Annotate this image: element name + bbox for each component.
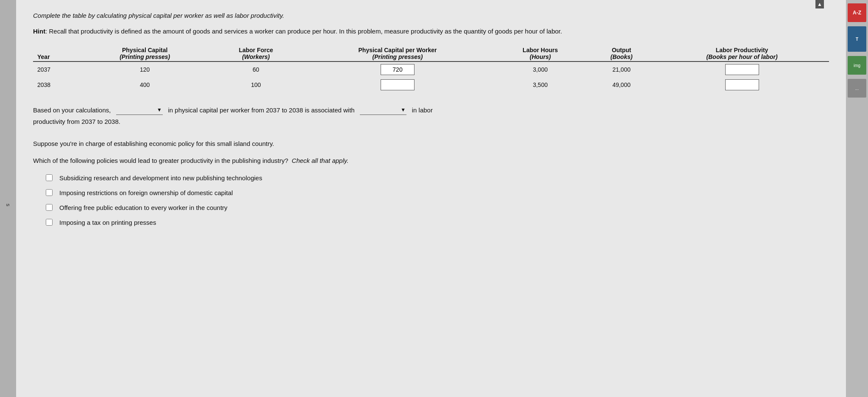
cell-physical-capital-1: 400	[81, 77, 209, 92]
cell-labor-force-0: 60	[209, 62, 303, 77]
sidebar-left: s	[0, 0, 16, 397]
checkbox-label-2[interactable]: Offering free public education to every …	[59, 204, 228, 211]
dropdown1-container[interactable]: an increase a decrease no change ▼	[116, 106, 163, 115]
checkbox-item-2[interactable]: Offering free public education to every …	[46, 204, 829, 211]
cell-output-1: 49,000	[588, 77, 655, 92]
col-physical-capital-per-worker: Physical Capital per Worker (Printing pr…	[303, 46, 492, 62]
cell-physical-capital-0: 120	[81, 62, 209, 77]
cell-year-0: 2037	[33, 62, 81, 77]
sidebar-label: s	[5, 204, 11, 207]
policies-question-text: Which of the following policies would le…	[33, 157, 288, 164]
input-pcw-0[interactable]	[381, 64, 415, 75]
policies-question: Which of the following policies would le…	[33, 156, 829, 166]
data-table-container: Year Physical Capital (Printing presses)…	[33, 46, 829, 92]
dropdown2[interactable]: an increase a decrease no change	[362, 107, 405, 114]
scroll-up-button[interactable]: ▲	[815, 0, 824, 8]
based-on-text4: productivity from 2037 to 2038.	[33, 118, 120, 125]
hint-body: : Recall that productivity is defined as…	[45, 28, 562, 35]
input-pcw-1[interactable]	[381, 79, 415, 90]
table-row: 20384001003,50049,000	[33, 77, 829, 92]
dropdown1[interactable]: an increase a decrease no change	[118, 107, 161, 114]
col-labor-force: Labor Force (Workers)	[209, 46, 303, 62]
based-on-text: Based on your calculations, an increase …	[33, 104, 829, 127]
checkbox-item-1[interactable]: Imposing restrictions on foreign ownersh…	[46, 189, 829, 196]
az-button[interactable]: A-Z	[848, 3, 866, 22]
col-labor-hours: Labor Hours (Hours)	[492, 46, 588, 62]
checkbox-item-3[interactable]: Imposing a tax on printing presses	[46, 219, 829, 226]
sidebar-right: A-Z T img ...	[846, 0, 868, 397]
cell-pcw-0[interactable]	[303, 62, 492, 77]
cell-lp-0[interactable]	[655, 62, 829, 77]
based-on-text3: in labor	[412, 106, 433, 114]
input-lp-1[interactable]	[725, 79, 759, 90]
suppose-text: Suppose you're in charge of establishing…	[33, 139, 829, 149]
t-button[interactable]: T	[848, 26, 866, 52]
hint-label: Hint	[33, 28, 45, 35]
instructions-text: Complete the table by calculating physic…	[33, 12, 829, 19]
check-all-text: Check all that apply.	[292, 157, 348, 164]
cell-labor-force-1: 100	[209, 77, 303, 92]
more-button[interactable]: ...	[848, 79, 866, 98]
main-content: ▲ Complete the table by calculating phys…	[16, 0, 846, 397]
col-output: Output (Books)	[588, 46, 655, 62]
checkboxes-container: Subsidizing research and development int…	[33, 174, 829, 226]
table-row: 2037120603,00021,000	[33, 62, 829, 77]
dropdown2-container[interactable]: an increase a decrease no change ▼	[360, 106, 406, 115]
checkbox-item-0[interactable]: Subsidizing research and development int…	[46, 174, 829, 182]
input-lp-0[interactable]	[725, 64, 759, 75]
img-button[interactable]: img	[848, 56, 866, 75]
col-physical-capital: Physical Capital (Printing presses)	[81, 46, 209, 62]
data-table: Year Physical Capital (Printing presses)…	[33, 46, 829, 92]
checkbox-1[interactable]	[46, 189, 53, 196]
hint-text: Hint: Recall that productivity is define…	[33, 27, 829, 36]
based-on-text2: in physical capital per worker from 2037…	[168, 106, 354, 114]
cell-year-1: 2038	[33, 77, 81, 92]
cell-lp-1[interactable]	[655, 77, 829, 92]
cell-output-0: 21,000	[588, 62, 655, 77]
checkbox-0[interactable]	[46, 174, 53, 181]
col-year: Year	[33, 46, 81, 62]
cell-labor-hours-1: 3,500	[492, 77, 588, 92]
cell-labor-hours-0: 3,000	[492, 62, 588, 77]
checkbox-2[interactable]	[46, 204, 53, 211]
cell-pcw-1[interactable]	[303, 77, 492, 92]
checkbox-3[interactable]	[46, 219, 53, 226]
based-on-text1: Based on your calculations,	[33, 106, 111, 114]
col-labor-productivity: Labor Productivity (Books per hour of la…	[655, 46, 829, 62]
checkbox-label-0[interactable]: Subsidizing research and development int…	[59, 174, 262, 182]
checkbox-label-3[interactable]: Imposing a tax on printing presses	[59, 219, 156, 226]
checkbox-label-1[interactable]: Imposing restrictions on foreign ownersh…	[59, 189, 233, 196]
